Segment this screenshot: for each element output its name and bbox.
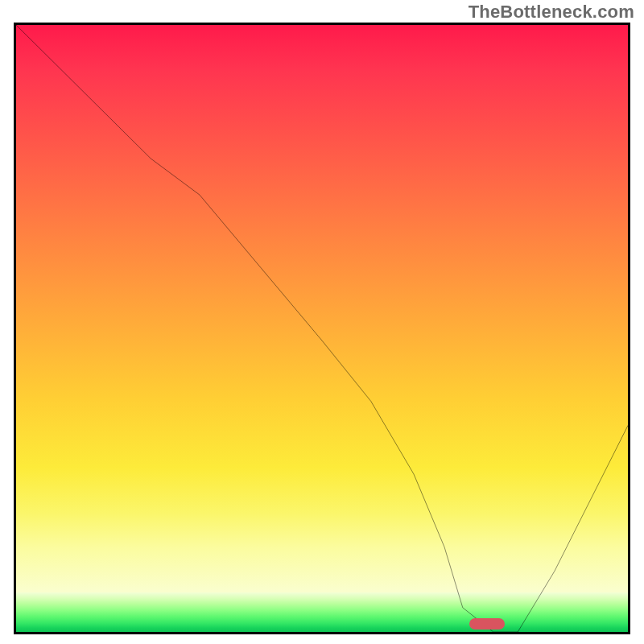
watermark-text: TheBottleneck.com xyxy=(469,2,634,23)
background-gradient xyxy=(16,25,628,592)
background-green-band xyxy=(16,592,628,632)
chart-container: TheBottleneck.com xyxy=(0,0,644,644)
plot-frame xyxy=(14,23,630,634)
trough-marker xyxy=(469,618,505,630)
